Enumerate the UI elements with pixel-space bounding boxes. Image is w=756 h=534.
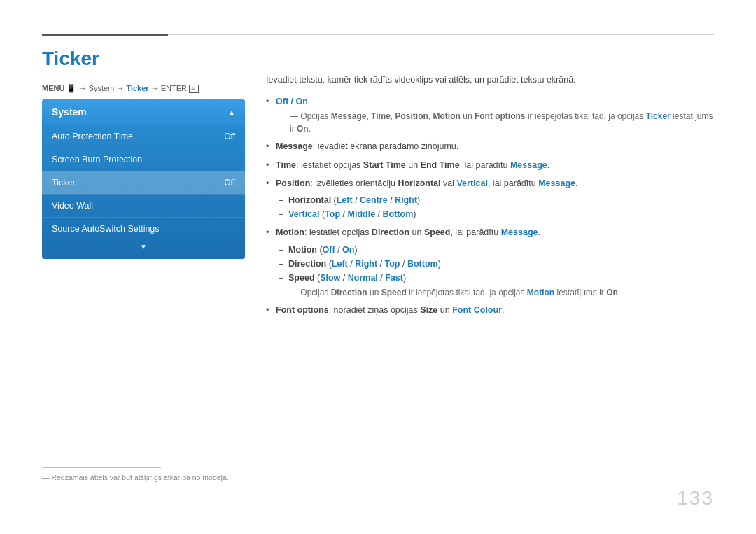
sidebar-item-ticker[interactable]: Ticker Off [42,171,245,194]
message-label: Message [276,141,313,151]
bullet-list: Off / On ― Opcijas Message, Time, Positi… [266,95,714,317]
time-label: Time [276,160,296,170]
breadcrumb-enter: ENTER ↵ [161,84,199,92]
sidebar-item-label: Ticker [52,178,76,188]
sidebar-item-source-autoswitch[interactable]: Source AutoSwitch Settings [42,217,245,240]
page-title: Ticker [42,48,99,70]
footnote-line [42,467,161,468]
sidebar-item-label: Screen Burn Protection [52,155,142,164]
top-bar-left [42,34,168,36]
font-options-label: Font options [276,305,329,315]
breadcrumb-icon: 📱 [64,84,76,92]
off-on-label: Off / On [276,97,308,106]
breadcrumb-menu: MENU [42,84,64,92]
position-subitems: Horizontal (Left / Centre / Right) Verti… [276,193,714,221]
sidebar-item-label: Source AutoSwitch Settings [52,224,160,234]
sub-item-speed: Speed (Slow / Normal / Fast) [276,271,714,285]
sub-item-vertical: Vertical (Top / Middle / Bottom) [276,207,714,221]
position-label: Position [276,178,310,188]
list-item-motion: Motion: iestatiet opcijas Direction un S… [266,226,714,298]
motion-note: ― Opcijas Direction un Speed ir iespējot… [276,286,714,299]
list-item-time: Time: iestatiet opcijas Start Time un En… [266,159,714,172]
breadcrumb-system: System [89,84,115,92]
content-area: Ievadiet tekstu, kamēr tiek rādīts video… [266,73,714,322]
sub-item-direction: Direction (Left / Right / Top / Bottom) [276,257,714,271]
motion-label: Motion [276,227,304,237]
sidebar-item-label: Video Wall [52,201,93,211]
sidebar-item-value: Off [224,132,235,141]
sidebar-arrow-down-icon: ▼ [42,240,245,253]
sidebar-title: System [52,106,87,118]
sidebar-item-screen-burn[interactable]: Screen Burn Protection [42,148,245,171]
sidebar-arrow-up-icon: ▲ [228,108,235,116]
sidebar-panel: System ▲ Auto Protection Time Off Screen… [42,99,245,259]
list-item-message: Message: ievadiet ekrānā parādāmo ziņoju… [266,140,714,153]
list-item-off-on: Off / On ― Opcijas Message, Time, Positi… [266,95,714,135]
list-item-position: Position: izvēlieties orientāciju Horizo… [266,177,714,221]
page-number: 133 [677,487,714,510]
sidebar-item-auto-protection[interactable]: Auto Protection Time Off [42,125,245,148]
top-bar-right [168,34,714,35]
sidebar-item-value: Off [224,178,235,188]
sidebar-item-video-wall[interactable]: Video Wall [42,194,245,217]
footnote: ― Redzamais attēls var būt atšķirīgs atk… [42,473,229,482]
sub-item-horizontal: Horizontal (Left / Centre / Right) [276,193,714,207]
breadcrumb-ticker: Ticker [126,84,148,92]
sub-item-motion-off-on: Motion (Off / On) [276,243,714,257]
sidebar-item-label: Auto Protection Time [52,132,133,141]
list-item-font-options: Font options: norādiet ziņas opcijas Siz… [266,304,714,317]
breadcrumb: MENU 📱 → System → Ticker → ENTER ↵ [42,84,199,93]
off-on-note: ― Opcijas Message, Time, Position, Motio… [276,110,714,135]
sidebar-header: System ▲ [42,99,245,125]
motion-subitems: Motion (Off / On) Direction (Left / Righ… [276,243,714,285]
content-intro: Ievadiet tekstu, kamēr tiek rādīts video… [266,73,714,87]
top-bar [42,34,714,36]
